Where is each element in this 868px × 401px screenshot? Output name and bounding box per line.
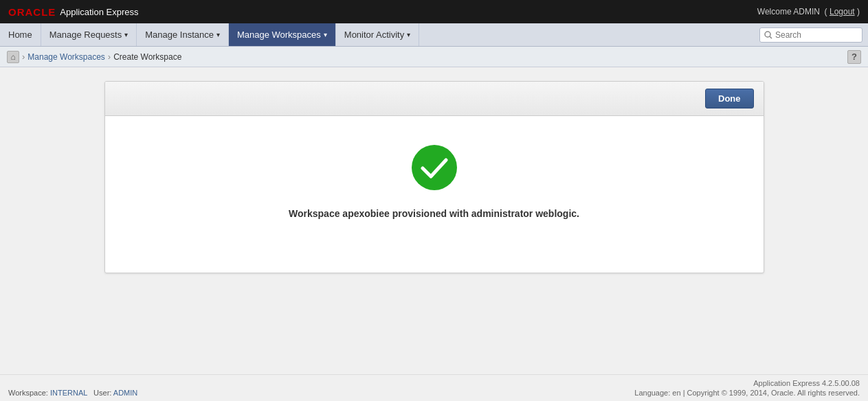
nav-manage-requests[interactable]: Manage Requests ▾ [41,23,137,46]
logout-link[interactable]: Logout [830,7,855,16]
home-icon[interactable]: ⌂ [7,51,19,63]
app-header: ORACLE Application Express Welcome ADMIN… [0,0,868,23]
nav-manage-requests-label: Manage Requests [49,30,122,40]
user-name-link[interactable]: ADMIN [113,389,137,397]
oracle-logo: ORACLE [8,6,56,18]
breadcrumb-create-workspace: Create Workspace [113,52,181,62]
footer: Application Express 4.2.5.00.08 Workspac… [0,374,868,401]
footer-version: Application Express 4.2.5.00.08 [753,379,860,387]
chevron-down-icon: ▾ [407,31,410,38]
success-icon [410,144,458,192]
footer-workspace-info: Workspace: INTERNAL User: ADMIN [8,389,137,397]
success-message: Workspace apexobiee provisioned with adm… [289,208,579,219]
chevron-down-icon: ▾ [216,31,220,38]
nav-manage-instance[interactable]: Manage Instance ▾ [137,23,229,46]
content-card: Done Workspace apexobiee provisioned wit… [104,81,764,273]
svg-point-0 [412,145,457,190]
app-title: Application Express [60,7,138,17]
chevron-down-icon: ▾ [124,31,128,38]
footer-copyright: Language: en | Copyright © 1999, 2014, O… [634,389,860,397]
card-body: Workspace apexobiee provisioned with adm… [105,116,764,247]
footer-bottom: Workspace: INTERNAL User: ADMIN Language… [8,389,860,397]
nav-home-label: Home [8,30,32,40]
main-navbar: Home Manage Requests ▾ Manage Instance ▾… [0,23,868,47]
search-input[interactable] [759,27,863,43]
nav-manage-workspaces[interactable]: Manage Workspaces ▾ [229,23,336,46]
search-area [754,23,868,46]
nav-home[interactable]: Home [0,23,41,46]
help-icon[interactable]: ? [847,50,861,64]
chevron-down-icon: ▾ [324,31,327,38]
card-header: Done [105,82,764,116]
header-user-info: Welcome ADMIN ( Logout ) [757,7,860,16]
nav-monitor-activity[interactable]: Monitor Activity ▾ [336,23,419,46]
workspace-name-link[interactable]: INTERNAL [50,389,87,397]
nav-monitor-activity-label: Monitor Activity [344,30,404,40]
breadcrumb-manage-workspaces[interactable]: Manage Workspaces [27,52,105,62]
done-button[interactable]: Done [705,89,754,108]
nav-manage-workspaces-label: Manage Workspaces [237,30,321,40]
breadcrumb-separator-2: › [108,51,111,62]
nav-manage-instance-label: Manage Instance [145,30,214,40]
workspace-label: Workspace: [8,389,48,397]
user-label: User: [93,389,111,397]
breadcrumb-separator: › [22,51,25,62]
welcome-text: Welcome ADMIN [757,7,820,16]
header-branding: ORACLE Application Express [8,6,139,18]
breadcrumb: ⌂ › Manage Workspaces › Create Workspace… [0,47,868,67]
main-content: Done Workspace apexobiee provisioned wit… [0,67,868,374]
